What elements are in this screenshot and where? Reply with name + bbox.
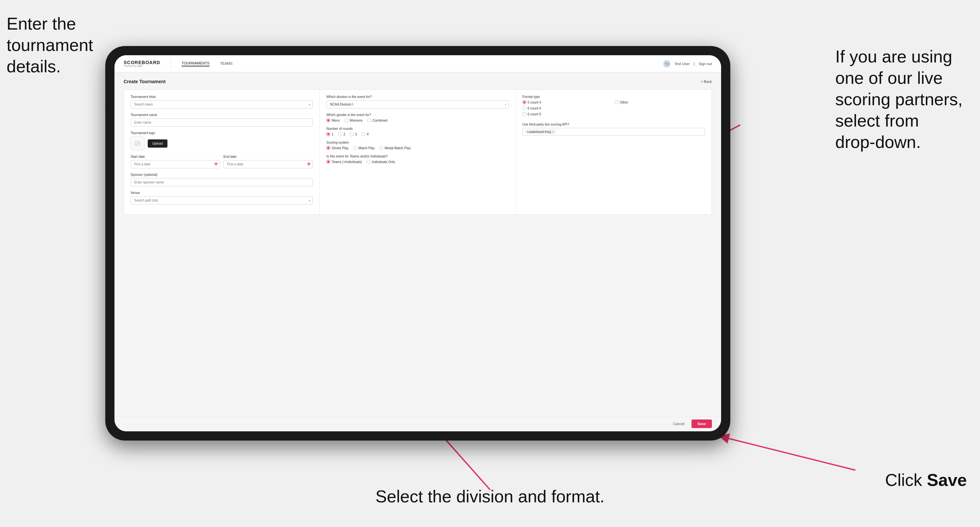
svg-point-5 [136, 142, 137, 143]
save-button[interactable]: Save [692, 419, 712, 428]
page-title: Create Tournament [124, 79, 165, 84]
end-date-group: End date 📅 [223, 155, 313, 168]
main-content: Create Tournament < Back Tournament Host… [115, 72, 721, 416]
logo-group: Tournament logo Upload [130, 131, 313, 150]
gender-radio-group: Mens Womens Combined [326, 118, 509, 122]
teams-plus-individuals[interactable]: Teams (+Individuals) [326, 160, 362, 164]
start-date-label: Start date [130, 155, 220, 159]
rounds-3-radio[interactable] [350, 132, 354, 136]
rounds-group: Number of rounds 1 2 [326, 127, 509, 136]
host-input[interactable] [130, 100, 313, 108]
scoring-match-radio[interactable] [353, 146, 357, 150]
live-scoring-input[interactable]: Leaderboard King × [522, 128, 705, 136]
format-5count4-radio[interactable] [522, 100, 527, 104]
format-other-radio[interactable] [614, 100, 619, 104]
scoring-match[interactable]: Match Play [353, 146, 374, 150]
brand-title: SCOREBOARD [124, 60, 160, 65]
format-6count4-radio[interactable] [522, 106, 527, 110]
navbar: SCOREBOARD Powered by clippit TOURNAMENT… [115, 55, 721, 72]
scoring-stroke-radio[interactable] [326, 146, 330, 150]
gender-womens[interactable]: Womens [344, 118, 363, 122]
venue-label: Venue [130, 191, 313, 195]
tablet: SCOREBOARD Powered by clippit TOURNAMENT… [105, 46, 730, 441]
individuals-only[interactable]: Individuals Only [366, 160, 395, 164]
division-select-wrap: NCAA Division I ▾ [326, 100, 509, 108]
gender-womens-radio[interactable] [344, 118, 348, 122]
scoring-label: Scoring system [326, 141, 509, 144]
date-row: Start date 📅 End date 📅 [130, 155, 313, 168]
format-5count4[interactable]: 5 count 4 [522, 100, 613, 104]
back-link[interactable]: < Back [701, 79, 712, 84]
start-date-input[interactable] [130, 160, 220, 168]
gender-label: Which gender is the event for? [326, 113, 509, 117]
venue-group: Venue ▾ [130, 191, 313, 205]
start-calendar-icon: 📅 [214, 163, 218, 166]
rounds-4-radio[interactable] [361, 132, 366, 136]
format-6count5-radio[interactable] [522, 112, 527, 116]
rounds-3[interactable]: 3 [350, 132, 357, 136]
teams-group: Is this event for Teams and/or Individua… [326, 154, 509, 164]
division-group: Which division is the event for? NCAA Di… [326, 95, 509, 108]
live-scoring-tag-close[interactable]: × [552, 130, 554, 133]
division-label: Which division is the event for? [326, 95, 509, 98]
scoring-medal-radio[interactable] [379, 146, 383, 150]
logo-placeholder [130, 137, 145, 150]
teams-plus-radio[interactable] [326, 160, 330, 164]
cancel-button[interactable]: Cancel [669, 420, 688, 428]
gender-mens-radio[interactable] [326, 118, 330, 122]
scoring-stroke[interactable]: Stroke Play [326, 146, 348, 150]
venue-input-wrap: ▾ [130, 196, 313, 205]
host-dropdown-icon: ▾ [309, 103, 310, 106]
format-group: Format type 5 count 4 Other [522, 95, 705, 116]
format-other[interactable]: Other [614, 100, 705, 104]
teams-radio-group: Teams (+Individuals) Individuals Only [326, 160, 509, 164]
live-scoring-tag: Leaderboard King × [525, 130, 556, 134]
upload-button[interactable]: Upload [148, 140, 167, 148]
format-6count4[interactable]: 6 count 4 [522, 106, 613, 110]
start-date-group: Start date 📅 [130, 155, 220, 168]
gender-combined[interactable]: Combined [367, 118, 388, 122]
sponsor-input[interactable] [130, 178, 313, 186]
rounds-label: Number of rounds [326, 127, 509, 130]
logo-label: Tournament logo [130, 131, 313, 135]
end-date-label: End date [223, 155, 313, 159]
rounds-2[interactable]: 2 [338, 132, 345, 136]
scoring-radio-group: Stroke Play Match Play Medal Match Play [326, 146, 509, 150]
page-header: Create Tournament < Back [124, 79, 712, 84]
rounds-radio-group: 1 2 3 4 [326, 132, 509, 136]
name-input[interactable] [130, 118, 313, 127]
live-scoring-label: Use third-party live scoring API? [522, 123, 705, 126]
form-col-3: Format type 5 count 4 Other [516, 90, 711, 214]
dates-group: Start date 📅 End date 📅 [130, 155, 313, 168]
end-date-input[interactable] [223, 160, 313, 168]
division-select[interactable]: NCAA Division I [326, 100, 509, 108]
nav-right: TU Test User | Sign out [663, 60, 712, 67]
format-6count5[interactable]: 6 count 5 [522, 112, 613, 116]
rounds-1-radio[interactable] [326, 132, 330, 136]
scoring-group: Scoring system Stroke Play Match Play [326, 141, 509, 150]
logo-upload-area: Upload [130, 137, 313, 150]
name-group: Tournament name [130, 113, 313, 127]
form-footer: Cancel Save [115, 416, 721, 431]
individuals-only-radio[interactable] [366, 160, 371, 164]
form-col-1: Tournament Host ▾ Tournament name Tourna… [124, 90, 320, 214]
rounds-1[interactable]: 1 [326, 132, 334, 136]
nav-link-tournaments[interactable]: TOURNAMENTS [181, 61, 210, 67]
nav-brand: SCOREBOARD Powered by clippit [124, 60, 160, 67]
nav-link-teams[interactable]: TEAMS [220, 62, 232, 66]
venue-input[interactable] [130, 196, 313, 205]
svg-line-3 [724, 437, 855, 470]
nav-signout[interactable]: Sign out [699, 62, 712, 66]
rounds-4[interactable]: 4 [361, 132, 369, 136]
nav-divider [171, 60, 171, 68]
start-date-wrap: 📅 [130, 160, 220, 168]
avatar: TU [663, 60, 670, 67]
host-input-wrap: ▾ [130, 100, 313, 108]
scoring-medal[interactable]: Medal Match Play [379, 146, 410, 150]
sponsor-group: Sponsor (optional) [130, 173, 313, 186]
gender-mens[interactable]: Mens [326, 118, 339, 122]
rounds-2-radio[interactable] [338, 132, 342, 136]
tablet-screen: SCOREBOARD Powered by clippit TOURNAMENT… [115, 55, 721, 431]
gender-combined-radio[interactable] [367, 118, 371, 122]
nav-username: Test User [675, 62, 689, 66]
